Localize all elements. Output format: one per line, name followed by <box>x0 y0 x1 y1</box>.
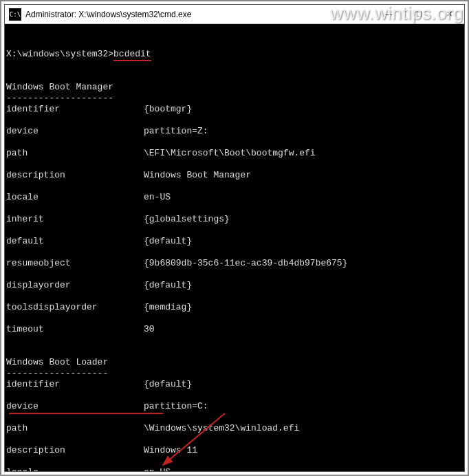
kv-row: descriptionWindows Boot Manager <box>6 170 463 181</box>
prompt-path: X:\windows\system32> <box>6 49 113 59</box>
kv-row: default{default} <box>6 236 463 247</box>
titlebar: C:\ Administrator: X:\windows\system32\c… <box>5 5 464 24</box>
kv-row: timeout30 <box>6 324 463 335</box>
blank-line <box>6 38 12 48</box>
kv-row: localeen-US <box>6 192 463 203</box>
maximize-button[interactable] <box>404 5 434 23</box>
section-divider: -------------------- <box>6 93 113 103</box>
blank-line <box>6 71 12 81</box>
section-header: Windows Boot Loader <box>6 357 108 367</box>
kv-row: devicepartition=C: <box>6 401 463 412</box>
kv-row: toolsdisplayorder{memdiag} <box>6 302 463 313</box>
kv-row: localeen-US <box>6 467 463 471</box>
kv-row: identifier{default} <box>6 379 463 390</box>
kv-row: path\EFI\Microsoft\Boot\bootmgfw.efi <box>6 148 463 159</box>
section-header: Windows Boot Manager <box>6 82 113 92</box>
kv-row: identifier{bootmgr} <box>6 104 463 115</box>
kv-row: devicepartition=Z: <box>6 126 463 137</box>
annotation-arrow-icon <box>149 407 239 471</box>
close-button[interactable] <box>434 5 464 23</box>
annotation-line <box>9 413 163 414</box>
kv-row: inherit{globalsettings} <box>6 214 463 225</box>
window-title: Administrator: X:\windows\system32\cmd.e… <box>25 10 373 19</box>
command-bcdedit: bcdedit <box>113 49 151 61</box>
cmd-window: C:\ Administrator: X:\windows\system32\c… <box>4 4 465 472</box>
kv-row: resumeobject{9b6809db-35c6-11ec-ac39-db4… <box>6 258 463 269</box>
window-controls <box>373 5 464 23</box>
blank-line <box>6 346 12 356</box>
kv-row: descriptionWindows 11 <box>6 445 463 456</box>
kv-row: path\Windows\system32\winload.efi <box>6 423 463 434</box>
kv-row: displayorder{default} <box>6 280 463 291</box>
cmd-icon: C:\ <box>9 8 21 21</box>
terminal-output[interactable]: X:\windows\system32>bcdedit Windows Boot… <box>5 24 464 471</box>
section-divider: ------------------- <box>6 368 108 378</box>
svg-line-0 <box>163 413 225 465</box>
minimize-button[interactable] <box>373 5 404 23</box>
